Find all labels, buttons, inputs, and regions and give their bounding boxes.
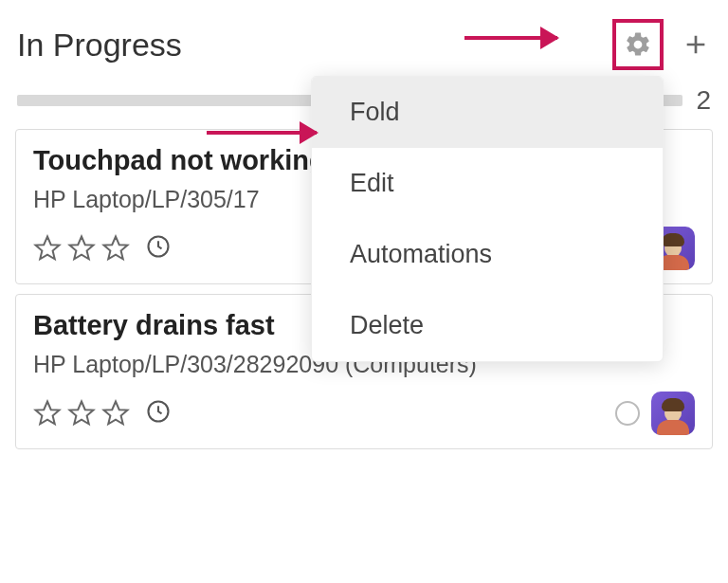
clock-icon — [145, 233, 172, 260]
priority-stars[interactable] — [33, 234, 130, 263]
menu-item-delete[interactable]: Delete — [312, 290, 663, 361]
column-actions — [612, 19, 711, 70]
svg-marker-5 — [70, 402, 94, 425]
star-icon — [67, 399, 96, 428]
clock-icon — [145, 398, 172, 425]
column-count: 2 — [696, 85, 711, 116]
svg-marker-1 — [70, 237, 94, 260]
activity-button[interactable] — [145, 398, 172, 428]
activity-button[interactable] — [145, 233, 172, 264]
svg-marker-6 — [104, 402, 128, 425]
star-icon — [101, 399, 130, 428]
star-icon — [101, 234, 130, 263]
status-indicator[interactable] — [615, 401, 640, 426]
star-icon — [33, 399, 62, 428]
svg-marker-2 — [104, 237, 128, 260]
svg-marker-0 — [36, 237, 60, 260]
menu-item-fold[interactable]: Fold — [312, 77, 663, 148]
gear-icon — [624, 30, 652, 59]
menu-item-automations[interactable]: Automations — [312, 219, 663, 290]
priority-stars[interactable] — [33, 399, 130, 428]
add-card-button[interactable] — [681, 29, 711, 60]
assignee-avatar[interactable] — [651, 392, 695, 435]
annotation-arrow — [207, 131, 317, 135]
star-icon — [67, 234, 96, 263]
annotation-arrow — [464, 36, 557, 40]
star-icon — [33, 234, 62, 263]
menu-item-edit[interactable]: Edit — [312, 148, 663, 219]
card-footer — [33, 392, 695, 435]
svg-marker-4 — [36, 402, 60, 425]
column-header: In Progress — [9, 0, 719, 85]
column-settings-menu: Fold Edit Automations Delete — [311, 76, 664, 362]
column-settings-button[interactable] — [612, 19, 664, 70]
column-title: In Progress — [17, 27, 612, 64]
